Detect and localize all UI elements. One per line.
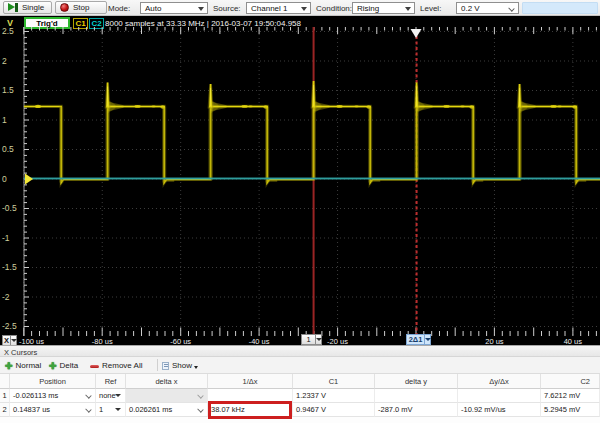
- y-tick-label: -1.5: [2, 263, 17, 272]
- row1-ref-value: none: [99, 391, 116, 400]
- add-delta-label: Delta: [60, 361, 79, 370]
- stop-button-label: Stop: [73, 3, 89, 12]
- plus-icon: ✚: [49, 361, 57, 371]
- column-header-inv-dx[interactable]: 1/Δx: [208, 374, 293, 389]
- hint-field[interactable]: [522, 2, 598, 14]
- column-header-dy-dx[interactable]: Δy/Δx: [458, 374, 541, 389]
- plus-icon: ✚: [5, 361, 13, 371]
- y-tick-label: 2: [2, 57, 7, 66]
- y-tick-label: -1: [2, 234, 10, 243]
- combo-chevron-icon: [86, 393, 91, 398]
- dropdown-arrow-icon: [115, 408, 121, 411]
- x-cursors-panel: X Cursors ✚ Normal ✚ Delta Remove All Sh…: [0, 345, 600, 423]
- column-header-delta-y[interactable]: delta y: [375, 374, 458, 389]
- stop-button[interactable]: Stop: [55, 1, 107, 14]
- y-tick-label: 1.5: [2, 86, 14, 95]
- source-label: Source:: [213, 4, 241, 13]
- mode-select[interactable]: Auto: [140, 2, 208, 14]
- minus-icon: [90, 365, 99, 368]
- row2-c2-cell: 5.2945 mV: [541, 403, 600, 417]
- row1-position-value: -0.026113 ms: [13, 391, 58, 400]
- row2-ref-value: 1: [99, 405, 103, 414]
- cursor1-flag-label: 1: [301, 334, 316, 345]
- x-cursors-title-bar: X Cursors: [0, 346, 600, 357]
- row2-delta-x-value: 0.026261 ms: [129, 405, 172, 414]
- channel1-trace: [24, 81, 600, 182]
- remove-all-label: Remove All: [102, 361, 142, 370]
- row2-inv-dx-cell: 38.07 kHz: [208, 403, 293, 417]
- row2-position-combobox[interactable]: 0.14837 us: [10, 403, 96, 417]
- column-header-delta-x[interactable]: delta x: [126, 374, 208, 389]
- condition-label: Condition:: [316, 4, 352, 13]
- dropdown-arrow-icon: [301, 7, 307, 11]
- single-run-icon: [8, 3, 18, 12]
- show-label: Show: [172, 361, 192, 370]
- dropdown-arrow-icon: [198, 7, 204, 11]
- level-value: 0.2 V: [461, 4, 480, 13]
- dropdown-arrow-icon: [424, 334, 431, 345]
- row2-position-value: 0.14837 us: [13, 405, 50, 414]
- add-normal-label: Normal: [16, 361, 42, 370]
- single-button[interactable]: Single: [3, 1, 52, 14]
- single-button-label: Single: [22, 3, 44, 12]
- source-value: Channel 1: [251, 4, 287, 13]
- cursor2-flag[interactable]: 2Δ1: [406, 334, 431, 345]
- y-tick-label: 2.5: [2, 27, 14, 36]
- show-columns-icon: [162, 362, 169, 370]
- remove-all-cursors-button[interactable]: Remove All: [90, 359, 142, 372]
- condition-value: Rising: [357, 4, 379, 13]
- show-menu-button[interactable]: Show: [162, 359, 198, 372]
- dropdown-arrow-icon: [315, 334, 322, 345]
- dropdown-arrow-icon: [405, 7, 411, 11]
- stop-icon: [60, 3, 69, 12]
- combo-chevron-icon: [198, 407, 203, 412]
- column-header-c1[interactable]: C1: [293, 374, 375, 389]
- cursor2-flag-label: 2Δ1: [406, 334, 425, 345]
- top-time-ruler: [24, 27, 597, 34]
- mode-label: Mode:: [108, 4, 130, 13]
- column-header-c2[interactable]: C2: [541, 374, 600, 389]
- y-tick-label: -2.5: [2, 322, 17, 331]
- level-combobox[interactable]: 0.2 V: [456, 2, 519, 14]
- y-tick-label: 0: [2, 175, 7, 184]
- y-tick-label: -0.5: [2, 204, 17, 213]
- dropdown-arrow-icon: [115, 394, 121, 397]
- x-cursors-toolbar: ✚ Normal ✚ Delta Remove All Show: [0, 357, 600, 374]
- trigger-toolbar: Single Stop Mode: Auto Source: Channel 1…: [0, 0, 600, 16]
- row1-inv-dx-cell: [208, 389, 293, 403]
- row2-delta-y-cell: -287.0 mV: [375, 403, 458, 417]
- cursor1-flag[interactable]: 1: [301, 334, 322, 345]
- y-tick-label: 1: [2, 116, 7, 125]
- row2-c1-cell: 0.9467 V: [293, 403, 375, 417]
- row1-delta-y-cell: [375, 389, 458, 403]
- combo-chevron-icon: [198, 393, 203, 398]
- row1-ref-dropdown[interactable]: none: [96, 389, 126, 403]
- row2-number: 2: [0, 403, 10, 417]
- level-label: Level:: [420, 4, 441, 13]
- menu-arrow-icon: [194, 366, 198, 369]
- row1-dy-dx-cell: [458, 389, 541, 403]
- source-select[interactable]: Channel 1: [246, 2, 311, 14]
- condition-select[interactable]: Rising: [352, 2, 415, 14]
- row2-ref-dropdown[interactable]: 1: [96, 403, 126, 417]
- row2-dy-dx-cell: -10.92 mV/us: [458, 403, 541, 417]
- add-normal-cursor-button[interactable]: ✚ Normal: [5, 359, 41, 372]
- channel1-offset-marker[interactable]: [25, 174, 33, 185]
- row1-delta-x-combobox: [126, 389, 208, 403]
- trigger-position-marker[interactable]: [411, 29, 422, 38]
- toolbar-separator: [157, 359, 158, 371]
- column-header-ref[interactable]: Ref: [96, 374, 126, 389]
- grid-vertical-lines: [24, 30, 573, 336]
- combo-chevron-icon: [509, 6, 514, 11]
- oscilloscope-app: Single Stop Mode: Auto Source: Channel 1…: [0, 0, 600, 423]
- row2-delta-x-combobox[interactable]: 0.026261 ms: [126, 403, 208, 417]
- column-header-position[interactable]: Position: [10, 374, 96, 389]
- y-tick-label: 0.5: [2, 145, 14, 154]
- row1-number: 1: [0, 389, 10, 403]
- column-header-rownum: [0, 374, 10, 389]
- row1-position-combobox[interactable]: -0.026113 ms: [10, 389, 96, 403]
- row1-c2-cell: 7.6212 mV: [541, 389, 600, 403]
- add-delta-cursor-button[interactable]: ✚ Delta: [49, 359, 78, 372]
- x-cursors-title: X Cursors: [4, 348, 37, 357]
- waveform-plot[interactable]: [0, 16, 600, 346]
